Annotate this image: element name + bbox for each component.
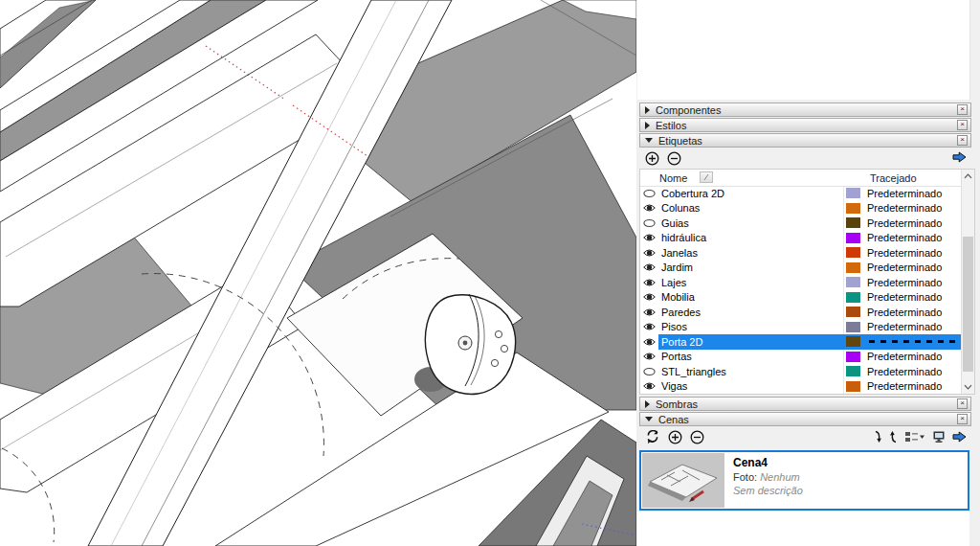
update-scene-button[interactable] <box>645 430 660 444</box>
tag-name: Paredes <box>661 307 701 318</box>
tag-dash-pattern[interactable]: Predeterminado <box>867 188 942 199</box>
scene-show-details-button[interactable] <box>932 430 946 444</box>
tag-dash-pattern[interactable]: Predeterminado <box>867 307 942 318</box>
close-icon[interactable]: × <box>957 135 968 146</box>
model-viewport[interactable] <box>0 0 636 546</box>
eye-hidden-icon[interactable] <box>640 186 658 201</box>
eye-hidden-icon[interactable] <box>640 216 658 231</box>
eye-visible-icon[interactable] <box>640 261 658 276</box>
tag-dash-pattern[interactable]: Predeterminado <box>867 321 942 332</box>
tag-color-swatch[interactable] <box>846 277 860 287</box>
tag-dash-pattern[interactable]: Predeterminado <box>867 262 942 273</box>
tag-dash-pattern[interactable]: Predeterminado <box>867 217 942 229</box>
column-header-nome[interactable]: Nome <box>659 172 687 184</box>
tag-dash-pattern[interactable]: Predeterminado <box>867 366 942 377</box>
tag-color-swatch[interactable] <box>846 247 860 258</box>
tag-color-swatch[interactable] <box>846 217 860 228</box>
scroll-down-button[interactable] <box>962 380 974 394</box>
remove-tag-button[interactable] <box>667 151 681 166</box>
eye-visible-icon[interactable] <box>640 231 658 246</box>
panel-label: Cenas <box>658 414 689 425</box>
panel-header-cenas[interactable]: Cenas × <box>639 412 971 426</box>
tag-color-swatch[interactable] <box>846 188 860 198</box>
tag-row[interactable]: JardimPredeterminado <box>640 261 964 276</box>
tag-row[interactable]: PisosPredeterminado <box>640 320 964 335</box>
tag-color-swatch[interactable] <box>846 203 860 214</box>
eye-visible-icon[interactable] <box>640 334 658 350</box>
tag-row[interactable]: VigasPredeterminado <box>640 379 964 395</box>
eye-visible-icon[interactable] <box>640 245 658 261</box>
sort-indicator-button[interactable] <box>700 171 713 183</box>
tag-color-swatch[interactable] <box>846 307 860 317</box>
tag-color-swatch[interactable] <box>846 352 860 362</box>
tag-row[interactable]: Porta 2D <box>640 334 964 350</box>
dash-pattern-line[interactable] <box>869 340 957 343</box>
tag-details-arrow-icon[interactable] <box>952 151 967 163</box>
tag-dash-pattern[interactable]: Predeterminado <box>867 202 942 214</box>
tag-dash-pattern[interactable]: Predeterminado <box>867 277 942 288</box>
move-scene-up-button[interactable] <box>889 430 898 444</box>
move-scene-down-button[interactable] <box>874 430 882 444</box>
eye-visible-icon[interactable] <box>640 290 658 306</box>
close-icon[interactable]: × <box>957 398 968 409</box>
panel-header-componentes[interactable]: Componentes × <box>639 102 971 117</box>
eye-hidden-icon[interactable] <box>640 364 658 379</box>
scenes-details-arrow-icon[interactable] <box>952 431 967 443</box>
eye-visible-icon[interactable] <box>640 379 658 395</box>
tag-dash-pattern[interactable]: Predeterminado <box>867 380 942 392</box>
tag-row[interactable]: ParedesPredeterminado <box>640 305 964 320</box>
column-header-tracejado[interactable]: Tracejado <box>870 172 917 184</box>
chevron-right-icon <box>645 400 650 408</box>
scene-info: Cena4 Foto: Nenhum Sem descrição <box>725 452 803 509</box>
eye-visible-icon[interactable] <box>640 320 658 335</box>
eye-visible-icon[interactable] <box>640 201 658 216</box>
close-icon[interactable]: × <box>957 414 968 424</box>
scene-view-options-button[interactable] <box>904 430 925 444</box>
tag-color-swatch[interactable] <box>846 381 860 392</box>
tag-color-swatch[interactable] <box>846 366 860 376</box>
tag-row[interactable]: LajesPredeterminado <box>640 275 964 290</box>
chevron-down-icon <box>645 417 653 421</box>
add-tag-button[interactable] <box>645 151 659 166</box>
tag-color-swatch[interactable] <box>846 336 860 347</box>
panel-header-etiquetas[interactable]: Etiquetas × <box>639 133 971 148</box>
tag-dash-pattern[interactable]: Predeterminado <box>867 247 942 259</box>
eye-visible-icon[interactable] <box>640 275 658 290</box>
tag-row[interactable]: ColunasPredeterminado <box>640 201 964 216</box>
tag-dash-pattern[interactable]: Predeterminado <box>867 351 942 362</box>
scene-item[interactable]: Cena4 Foto: Nenhum Sem descrição <box>639 450 969 511</box>
tag-row[interactable]: PortasPredeterminado <box>640 350 964 365</box>
tag-row[interactable]: JanelasPredeterminado <box>640 245 964 261</box>
remove-scene-button[interactable] <box>690 430 704 444</box>
eye-visible-icon[interactable] <box>640 305 658 320</box>
scene-thumbnail[interactable] <box>642 453 724 508</box>
tag-name: Pisos <box>661 321 687 332</box>
tag-color-swatch[interactable] <box>846 262 860 273</box>
tags-scrollbar[interactable] <box>961 170 974 394</box>
eye-visible-icon[interactable] <box>640 350 658 365</box>
tag-row[interactable]: Cobertura 2DPredeterminado <box>640 186 964 201</box>
tag-name: Portas <box>661 351 692 362</box>
tag-dash-pattern[interactable]: Predeterminado <box>867 232 942 243</box>
tag-dash-pattern[interactable]: Predeterminado <box>867 291 942 303</box>
add-scene-button[interactable] <box>668 430 682 444</box>
scroll-up-button[interactable] <box>962 170 974 183</box>
tag-row[interactable]: GuiasPredeterminado <box>640 216 964 231</box>
tag-row[interactable]: STL_trianglesPredeterminado <box>640 364 964 379</box>
panel-header-sombras[interactable]: Sombras × <box>639 397 971 411</box>
panel-label: Etiquetas <box>658 135 702 147</box>
panel-label: Estilos <box>656 120 686 131</box>
panel-header-estilos[interactable]: Estilos × <box>639 118 971 132</box>
tag-name: STL_triangles <box>661 366 726 377</box>
tray-bottom-area <box>637 512 969 546</box>
chevron-down-icon <box>645 138 653 143</box>
close-icon[interactable]: × <box>957 120 968 130</box>
tag-color-swatch[interactable] <box>846 322 860 332</box>
scroll-thumb[interactable] <box>963 237 973 372</box>
tag-name: Janelas <box>661 247 698 259</box>
tag-row[interactable]: MobiliaPredeterminado <box>640 290 964 306</box>
close-icon[interactable]: × <box>957 104 968 115</box>
tag-row[interactable]: hidráulicaPredeterminado <box>640 231 964 246</box>
tag-color-swatch[interactable] <box>846 233 860 243</box>
tag-color-swatch[interactable] <box>846 292 860 303</box>
